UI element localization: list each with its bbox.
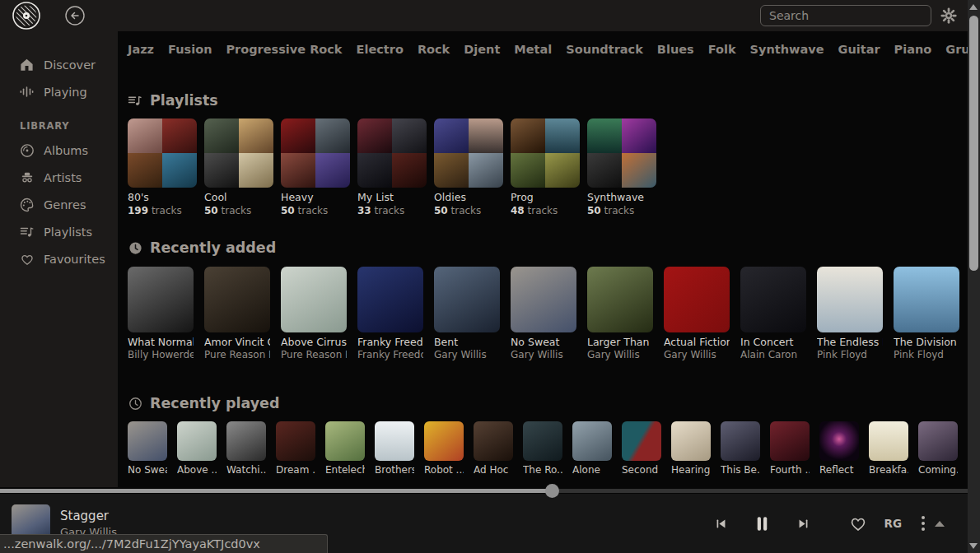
waveform-icon <box>18 83 35 100</box>
genre-tab[interactable]: Jazz <box>128 43 154 56</box>
album-cover-art <box>226 421 266 461</box>
seek-slider[interactable] <box>0 487 968 494</box>
genre-tab[interactable]: Progressive Rock <box>226 43 342 56</box>
cover-art <box>511 118 545 153</box>
album-card[interactable]: The Division B... Pink Floyd <box>894 267 959 360</box>
album-artist: Pure Reason R... <box>281 349 347 360</box>
playlist-card[interactable]: Oldies 50 tracks <box>434 118 503 216</box>
search-input[interactable] <box>760 5 931 26</box>
track-count-number: 48 <box>511 205 525 216</box>
album-card-small[interactable]: Watchi... <box>226 421 266 476</box>
album-artist: Gary Willis <box>587 349 653 360</box>
track-count-word: tracks <box>451 205 482 216</box>
playlist-card[interactable]: Heavy 50 tracks <box>281 118 350 216</box>
album-card-small[interactable]: Ad Hoc <box>474 421 513 476</box>
sidebar-item-favourites[interactable]: Favourites <box>0 245 118 272</box>
album-card-small[interactable]: Entelechy <box>325 421 365 476</box>
scrollbar-thumb[interactable] <box>969 16 978 271</box>
track-count-number: 50 <box>587 205 601 216</box>
album-card-small[interactable]: Dream ... <box>276 421 315 476</box>
genre-tab[interactable]: Piano <box>894 43 932 56</box>
replaygain-button[interactable]: RG <box>884 517 902 530</box>
app-logo[interactable] <box>12 1 41 30</box>
genre-tab[interactable]: Blues <box>657 43 694 56</box>
album-card-small[interactable]: Coming... <box>918 421 958 476</box>
album-cover-art <box>281 267 347 332</box>
cover-art <box>128 153 162 188</box>
album-card-small[interactable]: The Ro... <box>523 421 562 476</box>
album-card[interactable]: Bent Gary Willis <box>434 267 500 360</box>
pause-button[interactable] <box>753 514 772 533</box>
progress-thumb[interactable] <box>545 484 559 498</box>
album-card[interactable]: The Endless Ri... Pink Floyd <box>817 267 883 360</box>
cover-art <box>545 153 580 188</box>
page-scrollbar[interactable] <box>968 0 980 553</box>
playlist-track-count: 50 tracks <box>587 205 656 216</box>
genre-tab[interactable]: Fusion <box>168 43 212 56</box>
scroll-up-icon[interactable] <box>969 4 978 10</box>
sidebar-label-playing: Playing <box>44 86 87 99</box>
sidebar-label-playlists: Playlists <box>44 225 92 239</box>
genre-tab[interactable]: Folk <box>708 43 736 56</box>
genre-tab[interactable]: Djent <box>464 43 500 56</box>
genre-tab[interactable]: Electro <box>357 43 404 56</box>
recently-played-row: No Sweat Above ... Watchi... Dream ... E… <box>118 421 968 476</box>
genre-tab[interactable]: Soundtrack <box>566 43 643 56</box>
sidebar-item-genres[interactable]: Genres <box>0 191 118 218</box>
heart-icon <box>18 250 35 267</box>
album-name: This Be... <box>721 464 760 476</box>
album-card-small[interactable]: Hearing... <box>671 421 711 476</box>
album-card-small[interactable]: Breakfa... <box>869 421 908 476</box>
album-name: What Normal ... <box>128 336 194 348</box>
now-playing-title: Stagger <box>60 509 117 523</box>
scroll-down-icon[interactable] <box>969 543 978 549</box>
album-card-small[interactable]: Reflect <box>819 421 859 476</box>
album-card[interactable]: Actual Fiction Gary Willis <box>664 267 730 360</box>
playlist-cover-collage <box>204 118 273 188</box>
album-card-small[interactable]: No Sweat <box>128 421 167 476</box>
playlist-card[interactable]: Synthwave 50 tracks <box>587 118 656 216</box>
album-name: Entelechy <box>325 464 365 476</box>
album-card[interactable]: Larger Than Life Gary Willis <box>587 267 653 360</box>
album-card[interactable]: In Concert Alain Caron <box>740 267 806 360</box>
artists-icon <box>18 169 35 186</box>
recently-played-header: Recently played <box>118 395 968 411</box>
album-card[interactable]: No Sweat Gary Willis <box>511 267 576 360</box>
back-button[interactable] <box>64 5 86 26</box>
genre-tab[interactable]: Grunge <box>945 43 968 56</box>
genre-tab[interactable]: Metal <box>514 43 552 56</box>
album-card-small[interactable]: Second ... <box>622 421 661 476</box>
album-card-small[interactable]: Fourth ... <box>770 421 810 476</box>
sidebar-item-albums[interactable]: Albums <box>0 137 118 164</box>
album-card[interactable]: Franky Freedom Franky Freedom <box>357 267 423 360</box>
playlist-card[interactable]: Cool 50 tracks <box>204 118 273 216</box>
gear-icon[interactable] <box>940 7 958 25</box>
kebab-menu-icon[interactable] <box>920 514 926 532</box>
skip-previous-button[interactable] <box>714 517 728 531</box>
sidebar-item-artists[interactable]: Artists <box>0 164 118 191</box>
album-card-small[interactable]: This Be... <box>721 421 760 476</box>
album-card-small[interactable]: Brothers <box>375 421 414 476</box>
album-card[interactable]: What Normal ... Billy Howerdel <box>128 267 194 360</box>
sidebar-item-playing[interactable]: Playing <box>0 78 118 105</box>
playlist-card[interactable]: 80's 199 tracks <box>128 118 197 216</box>
album-cover-art <box>671 421 711 461</box>
album-icon <box>18 142 35 159</box>
genre-tab[interactable]: Rock <box>418 43 450 56</box>
genre-tab[interactable]: Synthwave <box>750 43 824 56</box>
chevron-up-icon[interactable] <box>935 521 945 527</box>
genre-tab[interactable]: Guitar <box>838 43 880 56</box>
sidebar-item-discover[interactable]: Discover <box>0 51 118 78</box>
album-card[interactable]: Above Cirrus Pure Reason R... <box>281 267 347 360</box>
favourite-button[interactable] <box>848 514 868 533</box>
playlist-card[interactable]: My List 33 tracks <box>357 118 427 216</box>
album-card-small[interactable]: Robot ... <box>424 421 464 476</box>
playlist-card[interactable]: Prog 48 tracks <box>511 118 580 216</box>
skip-next-button[interactable] <box>796 517 810 531</box>
cover-art <box>622 118 656 153</box>
album-card-small[interactable]: Alone <box>572 421 612 476</box>
album-card[interactable]: Amor Vincit O... Pure Reason R... <box>204 267 270 360</box>
playlist-name: Heavy <box>281 191 350 203</box>
sidebar-item-playlists[interactable]: Playlists <box>0 218 118 245</box>
album-card-small[interactable]: Above ... <box>177 421 217 476</box>
